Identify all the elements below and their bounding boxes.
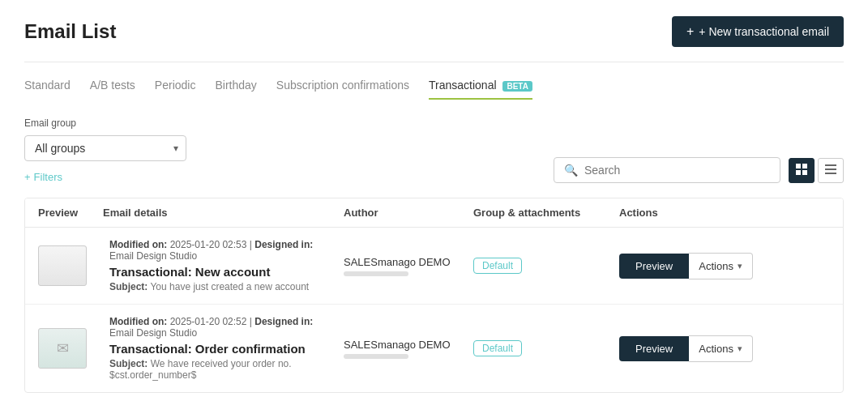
group-cell-1: Default [473, 258, 619, 274]
email-preview-2: ✉ [38, 328, 103, 369]
modified-value-2: 2025-01-20 02:52 [170, 316, 247, 327]
email-name-2: Transactional: Order confirmation [109, 342, 337, 356]
filters-row: Email group All groups ▾ + Filters 🔍 [24, 117, 844, 183]
preview-button-1[interactable]: Preview [619, 254, 689, 279]
col-preview: Preview [38, 207, 103, 219]
modified-label-2: Modified on: [109, 316, 167, 327]
table-header: Preview Email details Author Group & att… [25, 198, 843, 228]
svg-rect-6 [825, 173, 836, 174]
designed-label-1: Designed in: [254, 239, 313, 250]
col-actions: Actions [619, 207, 830, 219]
designed-value-2: Email Design Studio [109, 327, 197, 339]
group-select-wrapper: All groups ▾ [24, 135, 186, 161]
col-group-attachments: Group & attachments [473, 207, 619, 219]
default-badge-1: Default [473, 258, 522, 274]
tab-bar: Standard A/B tests Periodic Birthday Sub… [24, 79, 844, 100]
default-badge-2: Default [473, 340, 522, 356]
svg-rect-5 [825, 168, 836, 170]
list-view-button[interactable] [818, 158, 844, 183]
filters-toggle[interactable]: + Filters [24, 171, 186, 183]
actions-cell-2: Preview Actions ▾ [619, 335, 830, 362]
author-1: SALESmanago DEMO [344, 256, 473, 276]
view-toggle [789, 158, 844, 183]
svg-rect-1 [802, 164, 807, 168]
svg-rect-2 [796, 170, 801, 175]
designed-label-2: Designed in: [254, 316, 313, 327]
author-name-2: SALESmanago DEMO [344, 339, 473, 351]
table-row: Modified on: 2025-01-20 02:53 | Designed… [25, 228, 843, 305]
group-cell-2: Default [473, 340, 619, 356]
email-preview-1 [38, 245, 103, 286]
page-title: Email List [24, 20, 116, 43]
filter-left: Email group All groups ▾ + Filters [24, 117, 186, 183]
tab-subscription-confirmations[interactable]: Subscription confirmations [276, 79, 409, 100]
search-box: 🔍 [554, 157, 780, 183]
svg-rect-4 [825, 164, 836, 166]
filter-right: 🔍 [554, 157, 844, 183]
col-email-details: Email details [103, 207, 344, 219]
plus-icon: + [686, 24, 694, 39]
modified-value-1: 2025-01-20 02:53 [170, 239, 247, 250]
author-info-2: SALESmanago DEMO [344, 339, 473, 359]
designed-value-1: Email Design Studio [109, 250, 197, 262]
email-details-1: Modified on: 2025-01-20 02:53 | Designed… [103, 239, 344, 292]
subject-value-1: You have just created a new account [150, 281, 309, 292]
svg-rect-3 [802, 170, 807, 175]
new-email-button-label: + New transactional email [699, 25, 829, 38]
page-header: Email List + + New transactional email [24, 16, 844, 62]
new-transactional-email-button[interactable]: + + New transactional email [672, 16, 844, 47]
svg-rect-0 [796, 164, 801, 168]
grid-view-button[interactable] [789, 158, 815, 183]
filters-link-label: Filters [34, 171, 62, 183]
email-subject-2: Subject: We have received your order no.… [109, 358, 337, 381]
modified-label-1: Modified on: [109, 239, 167, 250]
author-name-1: SALESmanago DEMO [344, 256, 473, 268]
actions-dropdown-button-2[interactable]: Actions ▾ [689, 335, 753, 362]
search-input[interactable] [584, 164, 770, 177]
subject-label-1: Subject: [109, 281, 148, 292]
tab-transactional[interactable]: Transactional BETA [429, 79, 532, 100]
email-subject-1: Subject: You have just created a new acc… [109, 281, 337, 292]
tab-ab-tests[interactable]: A/B tests [90, 79, 135, 100]
col-author: Author [344, 207, 473, 219]
email-details-2: Modified on: 2025-01-20 02:52 | Designed… [103, 316, 344, 381]
actions-label-1: Actions [699, 260, 733, 272]
actions-label-2: Actions [699, 343, 733, 355]
chevron-down-icon-2: ▾ [738, 343, 742, 354]
author-bar-2 [344, 354, 408, 359]
thumb-icon-2: ✉ [57, 339, 69, 357]
tab-periodic[interactable]: Periodic [155, 79, 196, 100]
search-icon: 🔍 [564, 164, 578, 177]
author-info-1: SALESmanago DEMO [344, 256, 473, 276]
email-meta-1: Modified on: 2025-01-20 02:53 | Designed… [109, 239, 337, 262]
tab-birthday[interactable]: Birthday [215, 79, 256, 100]
actions-cell-1: Preview Actions ▾ [619, 253, 830, 279]
actions-dropdown-button-1[interactable]: Actions ▾ [689, 253, 753, 279]
table-row: ✉ Modified on: 2025-01-20 02:52 | Design… [25, 305, 843, 392]
chevron-down-icon-1: ▾ [738, 261, 742, 271]
list-view-icon [824, 163, 837, 178]
page-container: Email List + + New transactional email S… [0, 0, 868, 418]
filters-plus-icon: + [24, 171, 31, 183]
email-name-1: Transactional: New account [109, 265, 337, 279]
tab-standard[interactable]: Standard [24, 79, 71, 100]
email-table: Preview Email details Author Group & att… [24, 198, 844, 393]
beta-badge: BETA [502, 81, 532, 92]
email-meta-2: Modified on: 2025-01-20 02:52 | Designed… [109, 316, 337, 339]
preview-button-2[interactable]: Preview [619, 336, 689, 361]
email-group-label: Email group [24, 117, 186, 129]
group-select[interactable]: All groups [24, 135, 186, 161]
author-bar-1 [344, 271, 408, 276]
author-2: SALESmanago DEMO [344, 339, 473, 359]
grid-view-icon [795, 163, 808, 178]
subject-label-2: Subject: [109, 358, 148, 369]
